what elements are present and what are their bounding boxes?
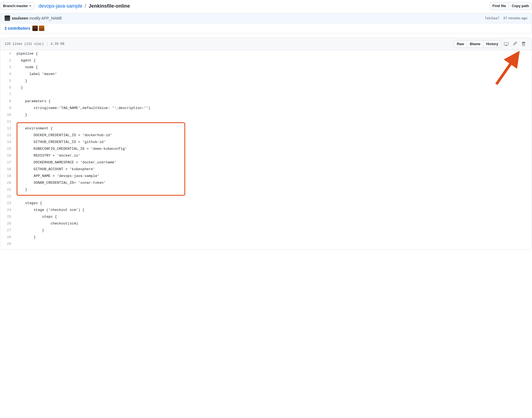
raw-button[interactable]: Raw xyxy=(454,40,467,48)
code-row: 16 REDISTRY = 'docker.io' xyxy=(0,152,532,159)
code-row: 20 SONAR_CREDENTIAL_ID= 'sonar-token' xyxy=(0,179,532,186)
edit-icon[interactable] xyxy=(511,41,519,47)
delete-icon[interactable] xyxy=(520,41,527,47)
code-content: environment { xyxy=(14,125,532,132)
code-row: 22 xyxy=(0,193,532,200)
commit-sha[interactable]: 7eb3aa7 xyxy=(485,16,500,20)
contributor-avatar-2[interactable] xyxy=(39,26,44,31)
code-content: GITHUB_CREDENTIAL_ID = 'github-id' xyxy=(14,139,532,145)
breadcrumb-repo-link[interactable]: devops-java-sample xyxy=(39,3,82,9)
line-number[interactable]: 17 xyxy=(0,159,14,166)
find-file-button[interactable]: Find file xyxy=(490,2,509,10)
contributor-avatar-1[interactable] xyxy=(32,26,38,31)
code-content: DOCKERHUB_NAMESPACE = 'docker_username' xyxy=(14,159,532,166)
line-number[interactable]: 11 xyxy=(0,118,14,125)
code-row: 29 xyxy=(0,241,532,247)
code-row: 2 agent { xyxy=(0,57,532,64)
line-number[interactable]: 23 xyxy=(0,200,14,207)
code-content xyxy=(14,241,532,247)
code-row: 21 } xyxy=(0,186,532,193)
code-row: 17 DOCKERHUB_NAMESPACE = 'docker_usernam… xyxy=(0,159,532,166)
line-number[interactable]: 26 xyxy=(0,220,14,227)
line-number[interactable]: 21 xyxy=(0,186,14,193)
commit-author[interactable]: soulseen xyxy=(12,16,28,20)
line-number[interactable]: 6 xyxy=(0,84,14,91)
code-row: 11 xyxy=(0,118,532,125)
branch-label-prefix: Branch: xyxy=(3,3,16,9)
line-number[interactable]: 8 xyxy=(0,98,14,105)
code-row: 23 stages { xyxy=(0,200,532,207)
history-button[interactable]: History xyxy=(483,40,501,48)
code-row: 27 } xyxy=(0,227,532,234)
code-content xyxy=(14,118,532,125)
code-row: 28 } xyxy=(0,234,532,241)
line-number[interactable]: 9 xyxy=(0,105,14,111)
code-content: string(name:'TAG_NAME',defaultValue: '',… xyxy=(14,105,532,111)
code-row: 13 DOCKER_CREDENTIAL_ID = 'dockerhub-id' xyxy=(0,132,532,139)
line-number[interactable]: 14 xyxy=(0,139,14,145)
line-number[interactable]: 5 xyxy=(0,77,14,84)
code-content: SONAR_CREDENTIAL_ID= 'sonar-token' xyxy=(14,179,532,186)
code-row: 8 parameters { xyxy=(0,98,532,105)
line-number[interactable]: 22 xyxy=(0,193,14,200)
code-row: 4 label 'maven' xyxy=(0,71,532,77)
code-row: 25 steps { xyxy=(0,213,532,220)
code-row: 5 } xyxy=(0,77,532,84)
code-content xyxy=(14,91,532,98)
code-content: GITHUB_ACCOUNT = 'kubesphere' xyxy=(14,166,532,173)
code-content: stages { xyxy=(14,200,532,207)
commit-message[interactable]: modify APP_NAME xyxy=(29,16,62,20)
line-number[interactable]: 10 xyxy=(0,111,14,118)
code-row: 9 string(name:'TAG_NAME',defaultValue: '… xyxy=(0,105,532,111)
code-area: 1pipeline {2 agent {3 node {4 label 'mav… xyxy=(0,50,532,249)
line-number[interactable]: 7 xyxy=(0,91,14,98)
breadcrumb-file: Jenkinsfile-online xyxy=(89,3,130,9)
code-row: 3 node { xyxy=(0,64,532,71)
code-row: 12 environment { xyxy=(0,125,532,132)
breadcrumb: devops-java-sample / Jenkinsfile-online xyxy=(39,3,130,9)
line-number[interactable]: 18 xyxy=(0,166,14,173)
line-number[interactable]: 20 xyxy=(0,179,14,186)
copy-path-button[interactable]: Copy path xyxy=(509,2,532,10)
line-number[interactable]: 19 xyxy=(0,173,14,179)
code-content: stage ('checkout scm') { xyxy=(14,207,532,213)
code-content: } xyxy=(14,186,532,193)
line-number[interactable]: 25 xyxy=(0,213,14,220)
latest-commit-box: soulseen modify APP_NAME 7eb3aa7 37 minu… xyxy=(0,13,532,23)
commit-time: 37 minutes ago xyxy=(503,16,527,20)
code-content: node { xyxy=(14,64,532,71)
code-content: } xyxy=(14,234,532,241)
code-content xyxy=(14,193,532,200)
line-number[interactable]: 4 xyxy=(0,71,14,77)
line-number[interactable]: 2 xyxy=(0,57,14,64)
line-number[interactable]: 16 xyxy=(0,152,14,159)
line-number[interactable]: 24 xyxy=(0,207,14,213)
file-lines-info: 120 lines (111 sloc) xyxy=(5,42,44,46)
code-row: 14 GITHUB_CREDENTIAL_ID = 'github-id' xyxy=(0,139,532,145)
author-avatar xyxy=(5,15,10,21)
code-row: 1pipeline { xyxy=(0,50,532,57)
branch-selector-button[interactable]: Branch: master xyxy=(0,2,34,10)
line-number[interactable]: 3 xyxy=(0,64,14,71)
code-row: 7 xyxy=(0,91,532,98)
code-content: agent { xyxy=(14,57,532,64)
line-number[interactable]: 15 xyxy=(0,145,14,152)
code-content: pipeline { xyxy=(14,50,532,57)
code-row: 19 APP_NAME = 'devops-java-sample' xyxy=(0,173,532,179)
branch-name: master xyxy=(16,3,28,9)
line-number[interactable]: 1 xyxy=(0,50,14,57)
code-content: parameters { xyxy=(14,98,532,105)
contributors-link[interactable]: 2 contributors xyxy=(5,26,30,30)
code-content: REDISTRY = 'docker.io' xyxy=(14,152,532,159)
line-number[interactable]: 28 xyxy=(0,234,14,241)
line-number[interactable]: 13 xyxy=(0,132,14,139)
line-number[interactable]: 27 xyxy=(0,227,14,234)
blame-button[interactable]: Blame xyxy=(467,40,483,48)
code-table: 1pipeline {2 agent {3 node {4 label 'mav… xyxy=(0,50,532,247)
line-number[interactable]: 29 xyxy=(0,241,14,247)
desktop-icon[interactable] xyxy=(502,41,510,47)
line-number[interactable]: 12 xyxy=(0,125,14,132)
code-content: steps { xyxy=(14,213,532,220)
code-content: KUBECONFIG_CREDENTIAL_ID = 'demo-kubecon… xyxy=(14,145,532,152)
code-row: 6 } xyxy=(0,84,532,91)
